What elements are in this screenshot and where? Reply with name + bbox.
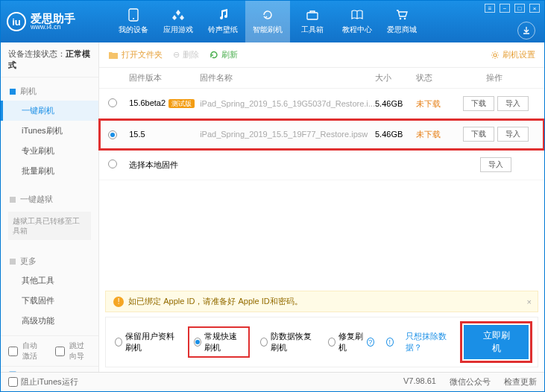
sidebar-item-other[interactable]: 其他工具	[1, 271, 98, 291]
delete-button[interactable]: ⊖删除	[173, 49, 199, 60]
import-button[interactable]: 导入	[480, 157, 511, 172]
logo-icon: iu	[7, 12, 26, 31]
win-menu[interactable]: ≡	[485, 4, 495, 13]
svg-point-3	[400, 18, 402, 20]
appleid-warning: ! 如已绑定 Apple ID，请准备好 Apple ID和密码。 ×	[105, 291, 538, 312]
firmware-row[interactable]: 15.6beta2测试版 iPad_Spring_2019_15.6_19G50…	[99, 89, 544, 119]
refresh-button[interactable]: 刷新	[210, 49, 238, 60]
skip-guide-checkbox[interactable]	[55, 347, 65, 356]
nav-store[interactable]: 爱思商城	[379, 1, 424, 42]
section-jailbreak[interactable]: 一键越狱	[1, 190, 98, 209]
row-radio[interactable]	[108, 98, 117, 107]
opt-repair-flash[interactable]: 修复刷机?	[328, 331, 374, 353]
flash-now-button[interactable]: 立即刷机	[464, 325, 529, 359]
info-icon[interactable]: ?	[367, 338, 374, 347]
version-label: V7.98.61	[403, 376, 436, 388]
svg-point-6	[494, 54, 497, 57]
opt-anti-recovery[interactable]: 防数据恢复刷机	[260, 331, 316, 353]
folder-icon	[108, 51, 119, 60]
svg-point-4	[404, 18, 406, 20]
download-center-icon[interactable]	[517, 22, 535, 39]
flash-options: 保留用户资料刷机 常规快速刷机 防数据恢复刷机 修复刷机? ! 只想抹除数据？ …	[105, 317, 538, 367]
nav-tools[interactable]: 工具箱	[290, 1, 335, 42]
table-header: 固件版本 固件名称 大小 状态 操作	[99, 68, 544, 89]
download-button[interactable]: 下载	[463, 96, 494, 111]
opt-keep-data[interactable]: 保留用户资料刷机	[115, 331, 177, 353]
firmware-row-selected[interactable]: 15.5 iPad_Spring_2019_15.5_19F77_Restore…	[99, 119, 544, 150]
cart-icon	[395, 8, 409, 22]
section-more[interactable]: 更多	[1, 252, 98, 271]
app-subtitle: www.i4.cn	[31, 24, 75, 31]
sidebar-item-advanced[interactable]: 高级功能	[1, 311, 98, 331]
local-firmware-row[interactable]: 选择本地固件 导入	[99, 150, 544, 180]
nav-apps[interactable]: 应用游戏	[156, 1, 201, 42]
opt-normal-flash[interactable]: 常规快速刷机	[189, 328, 248, 356]
gear-icon	[491, 51, 500, 60]
book-icon	[350, 8, 364, 22]
auto-activate-checkbox[interactable]	[8, 347, 18, 356]
download-button[interactable]: 下载	[463, 127, 494, 142]
sidebar-item-download-fw[interactable]: 下载固件	[1, 291, 98, 311]
app-icon	[171, 8, 185, 22]
toolbox-icon	[306, 8, 319, 22]
flash-icon	[261, 8, 274, 22]
delete-icon: ⊖	[173, 50, 180, 60]
sidebar-item-pro[interactable]: 专业刷机	[1, 141, 98, 161]
sidebar-item-oneclick[interactable]: 一键刷机	[1, 101, 98, 121]
row-radio[interactable]	[108, 130, 117, 139]
jailbreak-note: 越狱工具已转移至工具箱	[8, 212, 91, 240]
open-folder-button[interactable]: 打开文件夹	[108, 49, 163, 60]
nav-my-device[interactable]: 我的设备	[111, 1, 156, 42]
nav-tutorials[interactable]: 教程中心	[335, 1, 379, 42]
win-max[interactable]: □	[514, 4, 525, 13]
info-icon[interactable]: !	[386, 338, 394, 347]
beta-badge: 测试版	[168, 99, 195, 108]
sidebar-item-batch[interactable]: 批量刷机	[1, 161, 98, 181]
section-flash[interactable]: 刷机	[1, 82, 98, 101]
nav-flash[interactable]: 智能刷机	[245, 1, 290, 42]
win-min[interactable]: −	[500, 4, 510, 13]
phone-icon	[127, 8, 140, 22]
svg-point-1	[133, 18, 134, 19]
refresh-icon	[210, 51, 218, 60]
nav-ringtones[interactable]: 铃声壁纸	[201, 1, 245, 42]
row-radio[interactable]	[108, 159, 117, 168]
close-icon[interactable]: ×	[527, 297, 532, 306]
check-update-link[interactable]: 检查更新	[504, 376, 537, 388]
app-title: 爱思助手	[31, 13, 75, 24]
sidebar-item-itunes[interactable]: iTunes刷机	[1, 121, 98, 141]
import-button[interactable]: 导入	[497, 96, 529, 111]
warn-icon: !	[113, 297, 124, 307]
erase-link[interactable]: 只想抹除数据？	[406, 331, 452, 353]
app-logo: iu 爱思助手 www.i4.cn	[7, 12, 111, 31]
svg-rect-2	[307, 13, 318, 19]
wechat-link[interactable]: 微信公众号	[450, 376, 491, 388]
win-close[interactable]: ×	[529, 4, 540, 13]
block-itunes-checkbox[interactable]: 阻止iTunes运行	[8, 376, 78, 388]
import-button[interactable]: 导入	[497, 127, 529, 142]
device-card[interactable]: iPad Air 3 64GB iPad	[1, 366, 98, 372]
music-icon	[216, 8, 230, 22]
flash-settings-button[interactable]: 刷机设置	[491, 49, 535, 60]
connection-status: 设备连接状态：正常模式	[1, 42, 98, 78]
